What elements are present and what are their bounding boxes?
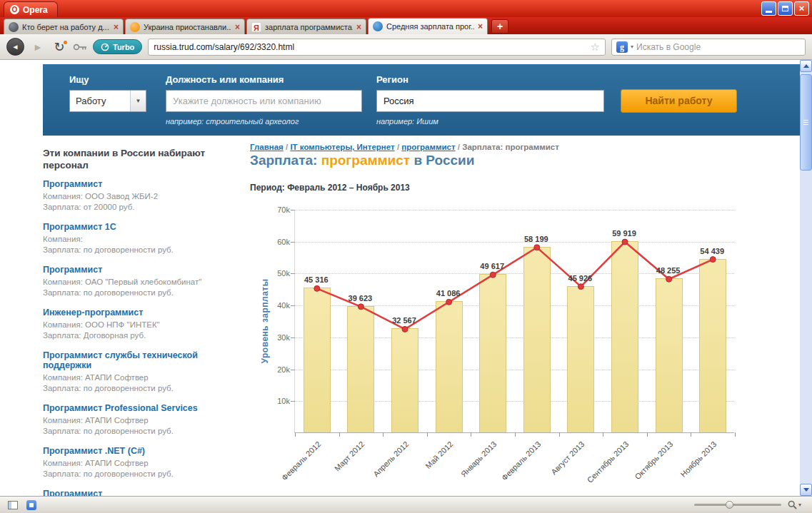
breadcrumb-separator: / (284, 143, 291, 151)
password-key-button[interactable] (73, 42, 87, 52)
opera-logo-icon: O (10, 5, 19, 14)
minimize-button[interactable] (761, 1, 776, 16)
salary-chart: Уровень зарплаты 10k20k30k40k50k60k70k45… (250, 201, 750, 496)
yandex-favicon-icon: Я (251, 22, 261, 32)
chart-line (317, 242, 713, 329)
bookmark-star-icon[interactable]: ☆ (591, 41, 600, 54)
globe-favicon-icon (9, 22, 19, 32)
title-accent: программист (321, 153, 410, 168)
job-company: Компания: ООО НПФ "ИНТЕК" (43, 320, 237, 330)
opera-menu-button[interactable]: O Opera (4, 1, 58, 17)
new-tab-button[interactable]: + (491, 19, 508, 34)
tab-close-icon[interactable]: × (478, 22, 483, 31)
panels-toggle-button[interactable] (6, 499, 19, 511)
chart-y-tick-label: 60k (277, 238, 290, 246)
tab-close-icon[interactable]: × (235, 23, 240, 31)
back-button[interactable]: ◄ (6, 38, 24, 56)
zoom-slider-handle[interactable] (726, 501, 733, 509)
chart-point (710, 257, 716, 263)
job-company: Компания: (43, 234, 237, 245)
chart-plot (294, 210, 734, 433)
breadcrumb-item[interactable]: Главная (250, 143, 284, 151)
tab[interactable]: Кто берет на работу д...× (4, 19, 124, 34)
chart-value-label: 45 926 (568, 274, 593, 283)
job-salary: Зарплата: от 20000 руб. (43, 202, 237, 213)
job-title-link[interactable]: Программист службы технической поддержки (43, 350, 237, 370)
tab[interactable]: Украина приостанавли...× (125, 19, 245, 34)
breadcrumb-separator: / (395, 143, 402, 151)
job-item: ПрограммистКомпания: (43, 489, 237, 496)
turbo-button[interactable]: Turbo (93, 39, 142, 54)
close-icon: × (799, 2, 805, 15)
title-tail: в России (413, 153, 474, 168)
job-title-link[interactable]: Программист .NET (C#) (43, 446, 237, 456)
url-input[interactable] (154, 42, 586, 52)
browser-window: O Opera × Кто берет на работу д...×Украи… (0, 0, 812, 513)
job-item: Программист Professional ServicesКомпани… (43, 403, 237, 437)
search-engine-dropdown-icon[interactable]: ▾ (631, 44, 633, 50)
chart-value-label: 54 439 (700, 247, 724, 255)
seek-label: Ищу (69, 74, 89, 85)
opera-menu-label: Opera (23, 5, 48, 15)
chart-line-overlay (295, 210, 735, 433)
zoom-slider[interactable] (694, 504, 781, 506)
tab[interactable]: Средняя зарплата прог...× (368, 18, 488, 34)
job-title-link[interactable]: Инженер-программист (43, 308, 237, 318)
opera-link-button[interactable] (25, 499, 38, 511)
breadcrumb-item[interactable]: IT компьютеры, Интернет (290, 143, 394, 151)
sidebar: Эти компании в России набирают персонал … (43, 147, 237, 496)
scrollbar-thumb[interactable] (800, 74, 812, 171)
chart-point (358, 304, 364, 310)
arrow-up-icon (803, 64, 809, 68)
address-field-container: ☆ (148, 39, 606, 56)
tab-bar: Кто берет на работу д...×Украина приоста… (0, 17, 812, 34)
chart-y-tick-label: 20k (277, 365, 290, 374)
chart-value-label: 59 919 (612, 229, 636, 238)
job-title-link[interactable]: Программист (43, 489, 237, 496)
chart-y-axis-title: Уровень зарплаты (258, 210, 272, 433)
job-title-link[interactable]: Программист Professional Services (43, 403, 237, 413)
zoom-menu-button[interactable]: ▾ (788, 500, 801, 509)
forward-button[interactable]: ► (30, 39, 46, 55)
plus-icon: + (497, 21, 503, 32)
turbo-gauge-icon (101, 43, 109, 51)
job-item: Программист 1СКомпания:Зарплата: по дого… (43, 222, 237, 255)
vertical-scrollbar[interactable] (800, 60, 812, 496)
maximize-button[interactable] (778, 1, 793, 16)
title-lead: Зарплата: (250, 153, 317, 168)
chevron-down-icon: ▼ (130, 91, 146, 111)
period-label: Период: Февраль 2012 – Ноябрь 2013 (250, 183, 410, 193)
arrow-right-icon: ► (33, 41, 43, 53)
sidebar-title: Эти компании в России набирают персонал (43, 147, 226, 171)
chart-y-tick-label: 10k (277, 397, 290, 405)
opera-link-icon (26, 500, 36, 510)
close-button[interactable]: × (794, 1, 809, 16)
job-item: ПрограммистКомпания: ОАО "Первый хлебоко… (43, 265, 237, 298)
seek-select[interactable]: Работу ▼ (69, 90, 146, 112)
main-content: Главная / IT компьютеры, Интернет / прог… (250, 60, 800, 496)
job-item: ПрограммистКомпания: ООО Завод ЖБИ-2Зарп… (43, 179, 237, 213)
job-salary: Зарплата: по договоренности руб. (43, 469, 237, 479)
web-search-input[interactable] (636, 42, 801, 52)
chart-value-label: 58 199 (524, 235, 548, 243)
job-title-link[interactable]: Программист 1С (43, 222, 237, 232)
tab-label: Украина приостанавли... (144, 23, 231, 31)
chart-value-label: 39 623 (349, 294, 373, 303)
chart-point (534, 245, 540, 250)
breadcrumb-item[interactable]: программист (401, 143, 455, 151)
scroll-up-button[interactable] (800, 60, 812, 72)
title-bar: O Opera × (0, 0, 812, 17)
maximize-icon (782, 6, 788, 11)
chart-point (402, 326, 408, 332)
job-salary: Зарплата: по договоренности руб. (43, 245, 237, 255)
job-item: Программист службы технической поддержки… (43, 350, 237, 394)
chart-value-label: 45 316 (304, 275, 329, 284)
tab-close-icon[interactable]: × (356, 23, 361, 31)
scroll-down-button[interactable] (800, 484, 812, 496)
job-title-link[interactable]: Программист (43, 179, 237, 189)
reload-button[interactable]: ↻ (51, 39, 67, 55)
job-salary: Зарплата: по договоренности руб. (43, 426, 237, 437)
job-title-link[interactable]: Программист (43, 265, 237, 275)
tab-close-icon[interactable]: × (114, 23, 119, 31)
tab[interactable]: Язарплата программиста...× (246, 19, 366, 34)
